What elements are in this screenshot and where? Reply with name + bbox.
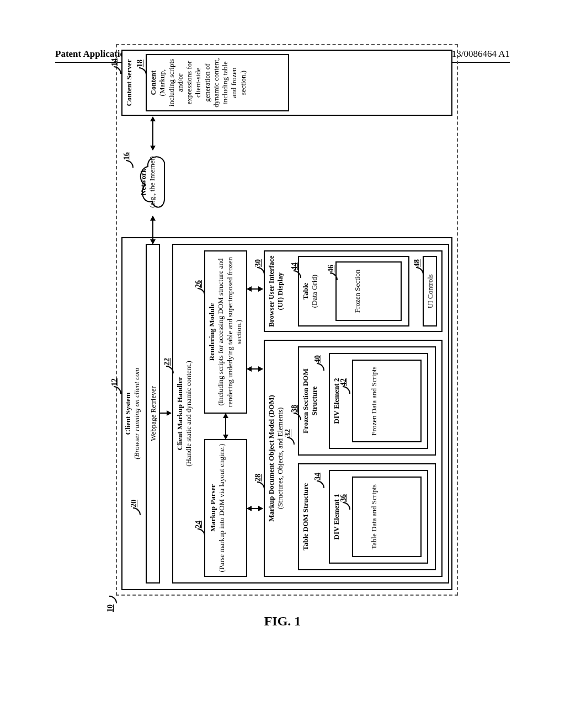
ui-frozen-section: Frozen Section <box>335 261 402 321</box>
figure-label: FIG. 1 <box>0 614 565 629</box>
client-system-subtitle: (Browser running on client com <box>132 240 141 587</box>
ref-16: 16 <box>122 152 131 160</box>
rendering-title: Rendering Module <box>207 254 216 410</box>
content-server-title: Content Server <box>125 53 134 113</box>
ui-controls: UI Controls <box>423 256 437 326</box>
browser-ui-title: Browser User Interface (UI) Display <box>267 254 285 329</box>
rendering-sub: (Including scripts for accessing DOM str… <box>216 254 243 410</box>
arrow-icon <box>247 288 263 290</box>
ref-22: 22 <box>163 358 172 366</box>
ref-26: 26 <box>194 280 203 288</box>
ref-34: 34 <box>313 473 322 480</box>
table-dom-title: Table DOM Structure <box>301 467 310 567</box>
ref-32: 32 <box>284 429 292 437</box>
ref-10: 10 <box>106 604 115 612</box>
figure-1: 10 Client System (Browser running on cli… <box>69 99 499 540</box>
ui-table-sub: (Data Grid) <box>310 259 319 323</box>
div1-sub: Table Data and Scripts <box>370 480 379 554</box>
ref-38: 38 <box>290 405 299 413</box>
div1-title: DIV Element 1 <box>332 473 341 560</box>
ref-40: 40 <box>313 355 322 363</box>
ref-46: 46 <box>327 265 335 272</box>
ref-hook-icon <box>109 596 117 603</box>
content-sub: (Markup, including scripts and/or expres… <box>158 57 248 108</box>
arrow-icon <box>225 414 226 439</box>
arrow-icon <box>152 216 153 244</box>
table-data-scripts: Table Data and Scripts <box>352 477 422 557</box>
ref-28: 28 <box>254 474 263 481</box>
content-title: Content <box>149 57 158 108</box>
div2-title: DIV Element 2 <box>332 356 341 446</box>
network-sub: (e.g., the Internet) <box>148 149 157 215</box>
frozen-section-label: Frozen Section <box>353 265 362 318</box>
markup-handler-sub: (Handle static and dynamic content.) <box>184 247 193 580</box>
network-cloud: Network (e.g., the Internet) <box>131 149 175 215</box>
content-box: Content (Markup, including scripts and/o… <box>146 54 289 111</box>
ref-12: 12 <box>110 378 119 386</box>
ref-42: 42 <box>339 378 348 386</box>
markup-parser-sub: (Parse markup into DOM via layout engine… <box>217 442 226 574</box>
arrow-icon <box>247 368 263 370</box>
div2-sub: Frozen Data and Scripts <box>370 363 379 439</box>
ref-14: 14 <box>110 58 119 66</box>
ref-30: 30 <box>254 259 263 267</box>
arrow-icon <box>160 413 171 414</box>
ref-18: 18 <box>136 60 145 67</box>
dom-sub: (Structures, Objects, and Elements) <box>276 343 285 574</box>
client-system-title: Client System <box>124 240 132 587</box>
frozen-data-scripts: Frozen Data and Scripts <box>352 360 422 442</box>
network-title: Network <box>139 149 148 215</box>
ui-table-title: Table <box>301 259 310 323</box>
markup-handler-title: Client Markup Handler <box>175 247 184 580</box>
markup-parser: Markup Parser (Parse markup into DOM via… <box>204 439 247 577</box>
ui-controls-label: UI Controls <box>426 274 434 308</box>
webpage-retriever: Webpage Retriever <box>146 244 160 584</box>
ref-20: 20 <box>130 500 138 507</box>
markup-parser-title: Markup Parser <box>209 442 217 574</box>
webpage-retriever-label: Webpage Retriever <box>149 386 157 441</box>
ref-36: 36 <box>339 494 348 502</box>
arrow-icon <box>152 117 153 150</box>
rendering-module: Rendering Module (Including scripts for … <box>204 250 247 414</box>
ref-24: 24 <box>194 521 203 528</box>
dom-title: Markup Document Object Model (DOM) <box>267 343 276 574</box>
ref-48: 48 <box>413 259 422 267</box>
arrow-icon <box>247 508 263 509</box>
ref-44: 44 <box>290 263 299 270</box>
